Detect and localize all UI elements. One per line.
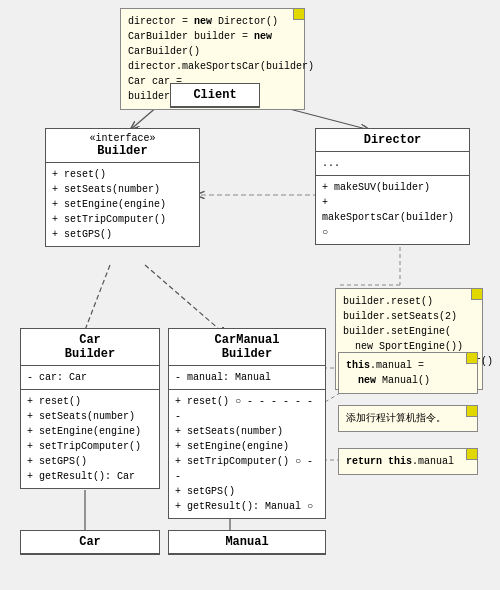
director-box: Director ... + makeSUV(builder) + makeSp… (315, 128, 470, 245)
code-line-2: CarBuilder builder = new CarBuilder() (128, 29, 297, 59)
car-builder-fields: - car: Car (21, 366, 159, 390)
car-manual-builder-fields: - manual: Manual (169, 366, 325, 390)
note-manual-new: this.manual = new Manual() (338, 352, 478, 394)
car-manual-builder-box: CarManualBuilder - manual: Manual + rese… (168, 328, 326, 519)
manual-box: Manual (168, 530, 326, 555)
car-header: Car (21, 531, 159, 554)
car-manual-builder-methods: + reset() ○ - - - - - - - + setSeats(num… (169, 390, 325, 518)
builder-box: «interface» Builder + reset() + setSeats… (45, 128, 200, 247)
car-builder-header: CarBuilder (21, 329, 159, 366)
diagram: director = new Director() CarBuilder bui… (0, 0, 500, 590)
client-box: Client (170, 83, 260, 108)
car-box: Car (20, 530, 160, 555)
director-header: Director (316, 129, 469, 152)
builder-methods: + reset() + setSeats(number) + setEngine… (46, 163, 199, 246)
director-fields: ... (316, 152, 469, 176)
svg-line-3 (85, 265, 110, 330)
note-add-trip: 添加行程计算机指令。 (338, 405, 478, 432)
manual-header: Manual (169, 531, 325, 554)
director-methods: + makeSUV(builder) + makeSportsCar(build… (316, 176, 469, 244)
car-manual-builder-header: CarManualBuilder (169, 329, 325, 366)
note-return-manual: return this.manual (338, 448, 478, 475)
client-header: Client (171, 84, 259, 107)
svg-line-4 (145, 265, 220, 330)
builder-header: «interface» Builder (46, 129, 199, 163)
car-builder-box: CarBuilder - car: Car + reset() + setSea… (20, 328, 160, 489)
code-line-1: director = new Director() (128, 14, 297, 29)
car-builder-methods: + reset() + setSeats(number) + setEngine… (21, 390, 159, 488)
code-line-3: director.makeSportsCar(builder) (128, 59, 297, 74)
